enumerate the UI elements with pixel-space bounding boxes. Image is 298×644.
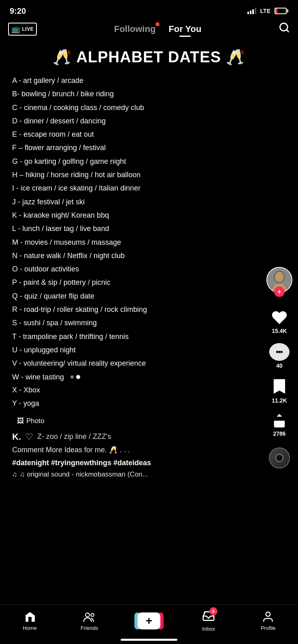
list-item: C - cinema / cooking class / comedy club	[12, 101, 286, 114]
live-button[interactable]: 📺 LIVE	[8, 23, 37, 36]
video-title: 🥂 aLPHaBeT DaTeS 🥂	[12, 48, 286, 66]
create-button[interactable]: +	[138, 612, 160, 629]
list-item: D - dinner / dessert / dancing	[12, 114, 286, 128]
creator-initial: K.	[12, 432, 21, 442]
status-time: 9:20	[10, 6, 26, 16]
list-item: P - paint & sip / pottery / picnic	[12, 276, 286, 289]
home-icon	[23, 610, 36, 623]
list-item: V - volunteering/ virtual reality experi…	[12, 357, 286, 370]
list-item-w: W - wine tasting	[12, 371, 286, 383]
top-nav: 📺 LIVE Following For You	[0, 20, 298, 40]
video-content: 🥂 aLPHaBeT DaTeS 🥂 A - art gallery / arc…	[0, 40, 298, 415]
list-item: M - movies / museums / massage	[12, 236, 286, 249]
sound-line[interactable]: ♫ ♫ original sound - nickmobassman (Con.…	[12, 470, 266, 479]
status-icons: LTE	[247, 8, 288, 14]
friends-icon	[83, 610, 96, 623]
sound-text: ♫ original sound - nickmobassman (Con...	[20, 470, 148, 479]
list-item: S - sushi / spa / swimming	[12, 316, 286, 330]
search-button[interactable]	[279, 22, 290, 36]
svg-line-1	[286, 30, 288, 32]
photo-label[interactable]: 🖼 Photo	[12, 415, 49, 428]
list-item: Y - yoga	[12, 397, 286, 410]
creator-line: K. ♡ Z- zoo / zip line / ZZZ's	[12, 432, 266, 442]
svg-point-9	[281, 351, 283, 353]
list-item: G - go karting / golfing / game night	[12, 155, 286, 168]
home-indicator	[121, 639, 177, 641]
profile-label: Profile	[261, 625, 276, 631]
profile-icon	[262, 610, 275, 623]
bottom-spacer	[0, 479, 298, 535]
inbox-label: Inbox	[202, 626, 215, 632]
list-item: H – hiking / horse riding / hot air ball…	[12, 168, 286, 182]
heart-icon: ♡	[25, 432, 33, 442]
list-item: L - lunch / laser tag / live band	[12, 222, 286, 235]
nav-home[interactable]: Home	[14, 610, 46, 631]
list-item: R - road-trip / roller skating / rock cl…	[12, 303, 286, 316]
nav-create[interactable]: +	[133, 612, 165, 629]
friends-label: Friends	[81, 625, 98, 631]
comment-count: 40	[276, 362, 283, 369]
music-disc[interactable]	[269, 447, 290, 468]
list-item: N - nature walk / Netflix / night club	[12, 249, 286, 263]
svg-point-13	[266, 612, 270, 616]
list-item: T - trampoline park / thrifting / tennis	[12, 330, 286, 343]
like-button[interactable]: 15.4K	[271, 309, 288, 334]
signal-bars	[247, 8, 256, 14]
comment-button[interactable]: 40	[269, 343, 289, 369]
bottom-nav: Home Friends + 6 Inbox	[0, 604, 298, 644]
status-bar: 9:20 LTE	[0, 0, 298, 20]
svg-point-7	[276, 351, 278, 353]
tv-icon: 📺	[11, 25, 21, 34]
list-item: B- bowling / brunch / bike riding	[12, 87, 286, 101]
home-label: Home	[23, 625, 37, 631]
bookmark-button[interactable]: 11.2K	[272, 378, 287, 404]
photo-icon: 🖼	[17, 417, 24, 425]
music-note-icon: ♫	[12, 470, 17, 479]
svg-point-12	[91, 614, 94, 616]
creator-avatar-container[interactable]: +	[266, 267, 292, 293]
right-actions: + 15.4K 40 11.2K 2786	[266, 267, 292, 468]
list-item: A - art gallery / arcade	[12, 74, 286, 87]
hashtags[interactable]: #datenight #tryingnewthings #dateideas	[12, 459, 266, 467]
video-description: K. ♡ Z- zoo / zip line / ZZZ's Comment M…	[0, 432, 298, 479]
list-item: I - ice cream / ice skating / Italian di…	[12, 182, 286, 195]
creator-rest-text: Z- zoo / zip line / ZZZ's	[37, 432, 111, 441]
nav-tabs: Following For You	[114, 24, 202, 34]
list-item: F – flower arranging / festival	[12, 141, 286, 155]
video-description-text: Comment More Ideas for me. 🥂 . . .	[12, 445, 266, 455]
list-item: J - jazz festival / jet ski	[12, 195, 286, 209]
lte-label: LTE	[260, 8, 270, 14]
svg-point-8	[278, 351, 280, 353]
follow-plus-button[interactable]: +	[274, 286, 285, 297]
notification-dot	[155, 22, 160, 26]
inbox-badge: 6	[209, 607, 217, 615]
like-count: 15.4K	[272, 328, 287, 334]
nav-profile[interactable]: Profile	[252, 610, 284, 631]
tab-foryou[interactable]: For You	[168, 24, 201, 34]
share-button[interactable]: 2786	[271, 413, 287, 437]
list-item: O - outdoor activities	[12, 263, 286, 276]
tab-following[interactable]: Following	[114, 24, 156, 34]
battery-indicator	[275, 8, 288, 14]
list-item: X - Xbox	[12, 383, 286, 397]
list-item: K - karaoke night/ Korean bbq	[12, 209, 286, 222]
share-count: 2786	[273, 430, 285, 437]
photo-label-area: 🖼 Photo	[0, 415, 298, 428]
list-item: U - unplugged night	[12, 343, 286, 357]
alphabet-list: A - art gallery / arcade B- bowling / br…	[12, 74, 286, 411]
svg-point-11	[85, 613, 89, 617]
list-item: E - escape room / eat out	[12, 128, 286, 141]
nav-friends[interactable]: Friends	[73, 610, 106, 631]
list-item: Q - quiz / quarter flip date	[12, 290, 286, 303]
pagination-dots	[70, 375, 80, 379]
bookmark-count: 11.2K	[272, 397, 287, 404]
svg-point-5	[275, 271, 284, 282]
nav-inbox[interactable]: 6 Inbox	[192, 610, 225, 632]
